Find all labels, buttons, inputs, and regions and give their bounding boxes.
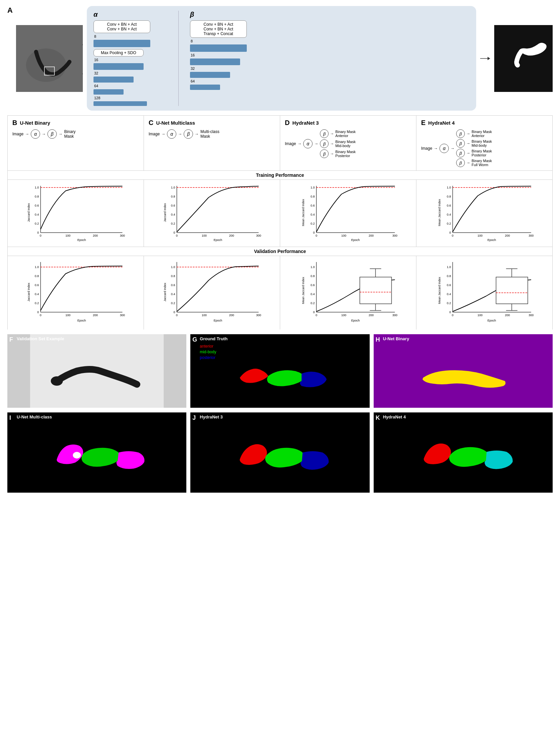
- panel-g-svg: [191, 334, 369, 408]
- svg-text:0.2: 0.2: [171, 302, 175, 305]
- panel-h: H U-Net Binary: [374, 334, 553, 408]
- svg-text:1.0: 1.0: [171, 265, 175, 269]
- svg-text:0: 0: [313, 231, 315, 234]
- chart-c-train: 0 0.2 0.4 0.6 0.8 1.0 0 100 200 300 Jacc…: [144, 180, 280, 247]
- svg-text:1.0: 1.0: [447, 186, 451, 189]
- decode-bar-64: [190, 84, 220, 90]
- svg-text:0: 0: [316, 234, 317, 237]
- svg-text:200: 200: [505, 313, 510, 317]
- svg-text:0: 0: [40, 313, 41, 317]
- svg-text:Jaccard Index: Jaccard Index: [163, 203, 167, 222]
- svg-text:100: 100: [202, 313, 207, 317]
- blue-bar-16: [94, 63, 144, 70]
- blue-bar-128: [94, 101, 147, 106]
- chart-e-val: 0 0.2 0.4 0.6 0.8 1.0 0 100 200 300 Mean…: [416, 256, 552, 330]
- svg-point-144: [73, 452, 81, 459]
- validation-charts-section: Validation Performance 0 0.2 0.4 0.6 0.8…: [7, 247, 553, 330]
- svg-text:0: 0: [316, 313, 317, 317]
- chart-d-train: 0 0.2 0.4 0.6 0.8 1.0 0 100 200 300 Mean…: [280, 180, 416, 247]
- svg-text:200: 200: [505, 234, 510, 237]
- svg-text:0: 0: [37, 310, 39, 314]
- svg-text:Epoch: Epoch: [487, 238, 496, 242]
- svg-text:Epoch: Epoch: [487, 319, 496, 322]
- panel-k-label: K: [376, 414, 380, 422]
- svg-text:0.4: 0.4: [35, 292, 39, 296]
- svg-text:Epoch: Epoch: [351, 238, 360, 242]
- bottom-panels-row1: F Validation Set Example G Ground Truth …: [7, 334, 553, 408]
- svg-text:0.8: 0.8: [311, 195, 315, 198]
- panel-g-title: Ground Truth: [200, 336, 227, 341]
- svg-text:300: 300: [528, 234, 534, 237]
- svg-text:Epoch: Epoch: [78, 238, 86, 242]
- svg-text:0.6: 0.6: [311, 204, 315, 207]
- svg-text:0.6: 0.6: [171, 204, 175, 207]
- svg-text:Epoch: Epoch: [214, 319, 222, 322]
- svg-text:0.4: 0.4: [171, 213, 175, 216]
- main-container: A 96 × 96 px: [0, 0, 560, 499]
- svg-text:0.8: 0.8: [171, 274, 175, 278]
- svg-rect-132: [496, 277, 528, 304]
- svg-line-3: [82, 35, 83, 45]
- svg-text:100: 100: [341, 313, 346, 317]
- svg-text:300: 300: [256, 313, 261, 317]
- unet-architecture: α Conv + BN + Act Conv + BN + Act 8 Max …: [87, 6, 476, 111]
- svg-text:Jaccard Index: Jaccard Index: [163, 283, 167, 302]
- svg-text:0.4: 0.4: [447, 213, 451, 216]
- arch-b: B U-Net Binary Image → α → β → BinaryMas…: [8, 116, 144, 171]
- chart-b-val-svg: 0 0.2 0.4 0.6 0.8 1.0 0 100 200 300 Jacc…: [11, 259, 141, 326]
- panel-h-label: H: [376, 336, 380, 343]
- chart-e-train-svg: 0 0.2 0.4 0.6 0.8 1.0 0 100 200 300 Mean…: [419, 182, 549, 243]
- maxpool-box: Max Pooling + SDO: [94, 49, 144, 57]
- svg-text:0.6: 0.6: [35, 204, 39, 207]
- svg-text:Mean Jaccard Index: Mean Jaccard Index: [302, 199, 305, 226]
- svg-text:100: 100: [65, 313, 71, 317]
- svg-text:0: 0: [176, 234, 178, 237]
- alpha-section: α Conv + BN + Act Conv + BN + Act 8 Max …: [94, 11, 167, 106]
- alpha-circle-c: α: [167, 129, 176, 139]
- svg-text:0.6: 0.6: [171, 284, 175, 287]
- title-b: U-Net Binary: [20, 120, 50, 126]
- beta-circle-c: β: [184, 129, 193, 139]
- chart-e-train: 0 0.2 0.4 0.6 0.8 1.0 0 100 200 300 Mean…: [416, 180, 552, 247]
- beta-circle-d2: β: [320, 139, 328, 148]
- svg-text:1.0: 1.0: [35, 186, 39, 189]
- title-c: U-Net Multiclass: [156, 120, 195, 126]
- title-e: HydraNet 4: [428, 120, 455, 126]
- alpha-label: α: [94, 11, 167, 18]
- svg-text:300: 300: [120, 234, 125, 237]
- svg-text:200: 200: [369, 234, 374, 237]
- flow-d: Image → α → β → Binary MaskAnterior β → …: [285, 129, 412, 158]
- beta-circle-d3: β: [320, 149, 328, 158]
- svg-text:100: 100: [202, 234, 207, 237]
- svg-text:100: 100: [65, 234, 71, 237]
- chart-d-train-svg: 0 0.2 0.4 0.6 0.8 1.0 0 100 200 300 Mean…: [283, 182, 414, 243]
- svg-text:300: 300: [120, 313, 125, 317]
- svg-text:0: 0: [313, 310, 315, 314]
- validation-title-row: Validation Performance: [8, 247, 552, 256]
- svg-text:Mean Jaccard Index: Mean Jaccard Index: [438, 277, 441, 304]
- svg-text:300: 300: [392, 313, 397, 317]
- beta-circle-e3: β: [456, 149, 465, 157]
- svg-text:0: 0: [452, 313, 454, 317]
- svg-text:0.8: 0.8: [35, 195, 39, 198]
- blue-bar-64: [94, 89, 123, 95]
- svg-text:0.4: 0.4: [311, 213, 315, 216]
- output-arrow: [480, 52, 490, 65]
- section-a-label: A: [7, 6, 13, 15]
- label-e: E: [421, 119, 425, 127]
- panel-j-title: HydraNet 3: [200, 414, 223, 420]
- beta-circle-d1: β: [320, 129, 328, 138]
- blue-bar-8: [94, 40, 150, 47]
- panel-f: F Validation Set Example: [7, 334, 186, 408]
- chart-b-train: 0 0.2 0.4 0.6 0.8 1.0 0 100 200 300 Jacc…: [8, 180, 144, 247]
- svg-text:0: 0: [173, 310, 175, 314]
- svg-text:0: 0: [176, 313, 178, 317]
- svg-text:0.6: 0.6: [447, 204, 451, 207]
- label-b: B: [12, 119, 17, 127]
- svg-text:0.8: 0.8: [311, 274, 315, 278]
- panel-h-title: U-Net Binary: [383, 336, 409, 341]
- svg-text:0.2: 0.2: [171, 222, 175, 225]
- svg-text:0: 0: [40, 234, 41, 237]
- svg-rect-7: [494, 25, 553, 92]
- decode-bar-16: [190, 58, 240, 65]
